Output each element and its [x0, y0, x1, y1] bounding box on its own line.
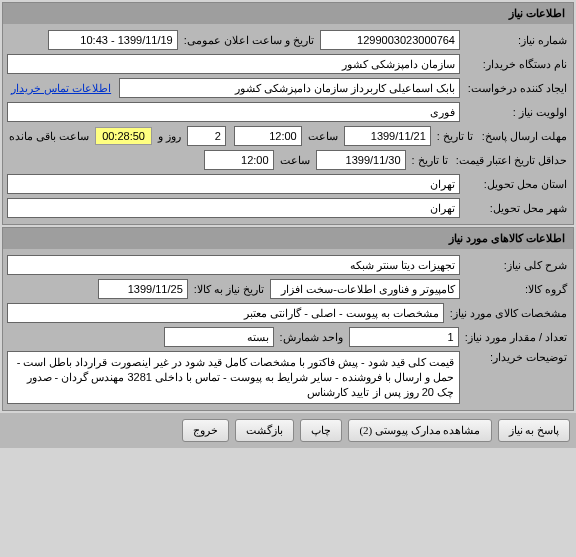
- spec-field: مشخصات به پیوست - اصلی - گارانتی معتبر: [7, 303, 444, 323]
- unit-label: واحد شمارش:: [278, 331, 345, 344]
- unit-field: بسته: [164, 327, 274, 347]
- need-info-body: شماره نیاز: 1299003023000764 تاریخ و ساع…: [3, 24, 573, 224]
- delivery-province-label: استان محل تحویل:: [464, 178, 569, 191]
- deadline-time-field: 12:00: [234, 126, 302, 146]
- countdown-field: 00:28:50: [95, 127, 152, 145]
- time-label-2: ساعت: [278, 154, 312, 167]
- desc-field: تجهیزات دیتا سنتر شبکه: [7, 255, 460, 275]
- to-date-label: تا تاریخ :: [435, 130, 475, 143]
- days-label: روز و: [156, 130, 183, 143]
- spec-label: مشخصات کالای مورد نیاز:: [448, 307, 569, 320]
- remaining-label: ساعت باقی مانده: [7, 130, 91, 143]
- min-credit-time-field: 12:00: [204, 150, 274, 170]
- buyer-contact-link[interactable]: اطلاعات تماس خریدار: [7, 82, 115, 95]
- time-label-1: ساعت: [306, 130, 340, 143]
- deadline-send-label: مهلت ارسال پاسخ:: [479, 130, 569, 143]
- need-number-field: 1299003023000764: [320, 30, 460, 50]
- delivery-city-label: شهر محل تحویل:: [464, 202, 569, 215]
- requester-field: بابک اسماعیلی کاربرداز سازمان دامپزشکی ک…: [119, 78, 460, 98]
- days-field: 2: [187, 126, 226, 146]
- buyer-notes-label: توضیحات خریدار:: [464, 351, 569, 364]
- exit-button[interactable]: خروج: [182, 419, 229, 442]
- goods-info-body: شرح کلی نیاز: تجهیزات دیتا سنتر شبکه گرو…: [3, 249, 573, 410]
- min-credit-label: حداقل تاریخ اعتبار قیمت:: [454, 154, 569, 167]
- goods-info-header: اطلاعات کالاهای مورد نیاز: [3, 228, 573, 249]
- deadline-date-field: 1399/11/21: [344, 126, 431, 146]
- announce-label: تاریخ و ساعت اعلان عمومی:: [182, 34, 316, 47]
- need-info-header: اطلاعات نیاز: [3, 3, 573, 24]
- min-credit-date-field: 1399/11/30: [316, 150, 406, 170]
- org-label: نام دستگاه خریدار:: [464, 58, 569, 71]
- goods-info-panel: اطلاعات کالاهای مورد نیاز شرح کلی نیاز: …: [2, 227, 574, 411]
- desc-label: شرح کلی نیاز:: [464, 259, 569, 272]
- print-button[interactable]: چاپ: [300, 419, 342, 442]
- respond-button[interactable]: پاسخ به نیاز: [498, 419, 571, 442]
- need-date-field: 1399/11/25: [98, 279, 188, 299]
- view-attachments-button[interactable]: مشاهده مدارک پیوستی (2): [348, 419, 491, 442]
- priority-field: فوری: [7, 102, 460, 122]
- button-bar: پاسخ به نیاز مشاهده مدارک پیوستی (2) چاپ…: [0, 413, 576, 448]
- buyer-notes-field: قیمت کلی قید شود - پیش فاکتور با مشخصات …: [7, 351, 460, 404]
- qty-field: 1: [349, 327, 459, 347]
- delivery-province-field: تهران: [7, 174, 460, 194]
- priority-label: اولویت نیاز :: [464, 106, 569, 119]
- group-label: گروه کالا:: [464, 283, 569, 296]
- back-button[interactable]: بازگشت: [235, 419, 294, 442]
- delivery-city-field: تهران: [7, 198, 460, 218]
- org-field: سازمان دامپزشکی کشور: [7, 54, 460, 74]
- announce-field: 1399/11/19 - 10:43: [48, 30, 178, 50]
- qty-label: تعداد / مقدار مورد نیاز:: [463, 331, 569, 344]
- need-info-panel: اطلاعات نیاز شماره نیاز: 129900302300076…: [2, 2, 574, 225]
- to-date-label-2: تا تاریخ :: [410, 154, 450, 167]
- requester-label: ایجاد کننده درخواست:: [464, 82, 569, 95]
- need-number-label: شماره نیاز:: [464, 34, 569, 47]
- group-field: کامپیوتر و فناوری اطلاعات-سخت افزار: [270, 279, 460, 299]
- need-date-label: تاریخ نیاز به کالا:: [192, 283, 266, 296]
